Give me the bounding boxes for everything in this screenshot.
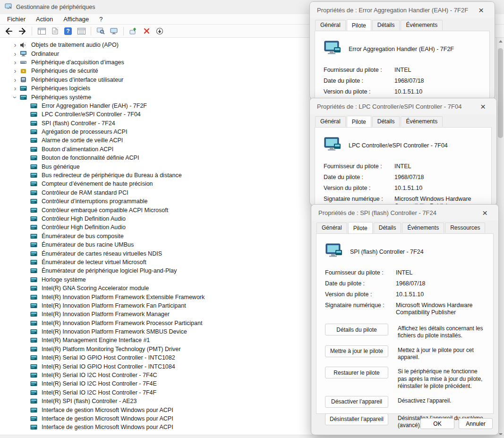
properties-document-icon[interactable] [49, 26, 61, 37]
tree-device-label: Bus redirecteur de périphérique du Burea… [40, 172, 183, 179]
tab-general[interactable]: Général [315, 20, 346, 30]
tree-device-label: Intel(R) Innovation Platform Framework E… [40, 294, 206, 301]
driver-fields: Fournisseur du pilote :INTEL Date du pil… [325, 269, 485, 316]
properties-dialog-eah: Propriétés de : Error Aggregation Handle… [309, 1, 495, 99]
disable-device-button[interactable]: Désactiver l’appareil [325, 396, 388, 408]
cancel-button[interactable]: Annuler [459, 418, 493, 429]
back-icon[interactable] [3, 26, 15, 37]
field-label: Date du pilote : [324, 174, 394, 181]
menu-affichage[interactable]: Affichage [58, 15, 94, 24]
tab-general[interactable]: Général [316, 223, 347, 233]
tab-pilote[interactable]: Pilote [347, 19, 371, 31]
expand-chevron-icon[interactable]: › [11, 41, 19, 49]
field-value: 10.1.51.10 [396, 291, 485, 298]
scan-hardware-icon[interactable] [94, 26, 107, 37]
device-icon [29, 320, 38, 326]
tab-evenements[interactable]: Événements [402, 223, 444, 233]
tree-device-label: LPC Controller/eSPI Controller - 7F04 [40, 111, 142, 118]
disable-device-icon[interactable] [154, 26, 166, 37]
disable-device-description: Désactivez l’appareil. [398, 396, 485, 404]
expand-chevron-icon[interactable]: › [11, 76, 19, 84]
device-icon [29, 103, 38, 109]
tab-details[interactable]: Détails [372, 20, 400, 30]
tree-device-label: Horloge système [40, 276, 87, 283]
scroll-up-icon[interactable] [496, 38, 504, 45]
close-icon[interactable]: × [478, 207, 491, 218]
device-icon [29, 372, 38, 378]
ok-button[interactable]: OK [420, 418, 454, 429]
collapse-chevron-icon[interactable]: › [11, 94, 19, 101]
menu-aide[interactable]: ? [94, 15, 108, 24]
field-value: INTEL [396, 269, 485, 276]
device-name: LPC Controller/eSPI Controller - 7F04 [349, 142, 448, 149]
dialog-titlebar: Propriétés de : Error Aggregation Handle… [310, 2, 495, 18]
device-icon [29, 251, 38, 257]
forward-icon[interactable] [16, 26, 28, 37]
tree-category-label: Périphérique d’acquisition d’images [30, 59, 126, 66]
field-label: Version du pilote : [325, 291, 396, 298]
tab-details[interactable]: Détails [374, 223, 401, 233]
tab-details[interactable]: Détails [372, 116, 400, 127]
rollback-driver-button[interactable]: Restaurer le pilote [325, 367, 388, 378]
window-bottom-edge [0, 435, 504, 438]
tab-evenements[interactable]: Événements [401, 20, 443, 30]
device-icon [29, 329, 38, 335]
update-driver-icon[interactable] [127, 26, 139, 37]
field-label: Version du pilote : [324, 185, 394, 192]
tree-device-label: Énumérateur de bus composite [40, 233, 125, 240]
device-icon [29, 268, 38, 274]
tree-category-label: Périphériques d’interface utilisateur [30, 77, 125, 83]
tree-device-label: Agrégation de processeurs ACPI [40, 129, 128, 135]
expand-chevron-icon[interactable]: › [11, 67, 19, 75]
tree-device-label: Interface de gestion Microsoft Windows p… [40, 424, 175, 430]
tree-device-label: Contrôleur High Definition Audio [40, 224, 127, 231]
help-icon[interactable]: ? [62, 26, 74, 37]
dialog-titlebar: Propriétés de : SPI (flash) Controller -… [311, 205, 498, 221]
field-value: 1968/07/18 [394, 77, 481, 85]
tab-ressources[interactable]: Ressources [445, 223, 485, 233]
tree-device-label: Intel(R) Innovation Platform Framework P… [40, 320, 204, 326]
menu-fichier[interactable]: Fichier [2, 15, 31, 24]
device-icon [29, 129, 38, 135]
toolbar-separator [91, 27, 91, 35]
tab-evenements[interactable]: Événements [401, 116, 443, 127]
field-value: 1968/07/18 [396, 280, 485, 287]
device-icon [29, 337, 38, 343]
device-icon [29, 146, 38, 152]
dialog-tabs: Général Pilote Détails Événements [310, 18, 495, 30]
tree-device-label: Énumérateur de périphérique logiciel Plu… [40, 267, 178, 274]
uninstall-device-icon[interactable] [140, 26, 153, 37]
tab-pilote[interactable]: Pilote [347, 116, 371, 127]
expand-chevron-icon[interactable]: › [11, 85, 19, 92]
expand-chevron-icon[interactable]: › [11, 59, 19, 66]
imaging-device-icon [19, 59, 27, 65]
tree-category-label: Périphériques de sécurité [30, 68, 100, 74]
tree-device-label: Bus générique [40, 163, 81, 170]
tree-device-label: Intel(R) Serial IO GPIO Host Controller … [40, 363, 177, 370]
tree-device-label: Intel(R) Innovation Platform Framework S… [40, 328, 188, 335]
driver-details-button[interactable]: Détails du pilote [325, 324, 388, 335]
computer-help-icon[interactable] [108, 26, 120, 37]
device-icon [29, 346, 38, 352]
tree-device-label: Énumérateur de cartes réseau virtuelles … [40, 250, 163, 257]
close-icon[interactable]: × [477, 101, 489, 112]
tab-general[interactable]: Général [315, 116, 346, 127]
field-value: Microsoft Windows Hardware Compatibility… [396, 302, 485, 316]
uninstall-device-button[interactable]: Désinstaller l’appareil [325, 413, 388, 425]
tab-pilote[interactable]: Pilote [348, 222, 373, 233]
scrollbar-thumb[interactable] [498, 48, 503, 138]
device-icon [29, 137, 38, 143]
rollback-driver-description: Si le périphérique ne fonctionne pas apr… [398, 367, 485, 390]
field-label: Fournisseur du pilote : [324, 67, 394, 74]
field-value: 10.1.51.10 [394, 88, 481, 95]
tree-device-label: Bouton d’alimentation ACPI [40, 146, 115, 153]
expand-chevron-icon[interactable]: › [11, 50, 19, 58]
menu-action[interactable]: Action [31, 15, 58, 24]
console-tree-icon[interactable] [35, 26, 48, 37]
export-list-icon[interactable] [75, 26, 87, 37]
update-driver-button[interactable]: Mettre à jour le pilote [325, 345, 388, 357]
tree-device-label: Intel(R) Serial IO I2C Host Controller -… [40, 389, 158, 396]
device-icon [29, 364, 38, 369]
dialog-tabs: Général Pilote Détails Événements Ressou… [311, 221, 498, 233]
close-icon[interactable]: × [475, 5, 487, 16]
